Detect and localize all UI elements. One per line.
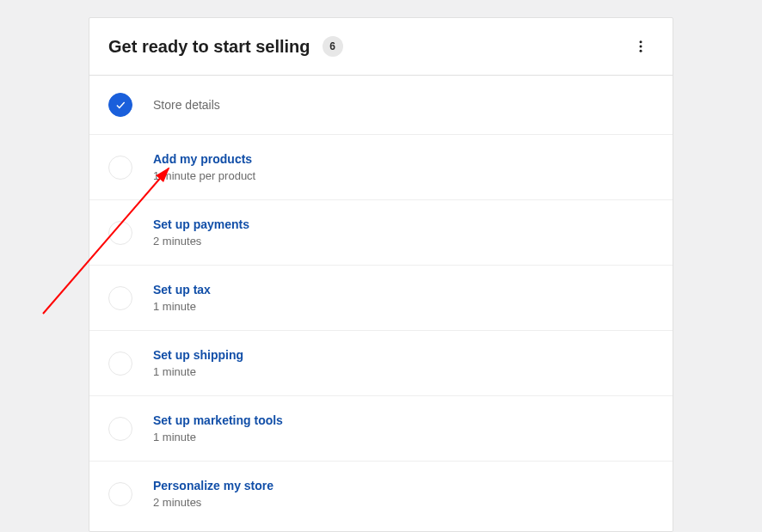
task-label: Set up tax [153,283,211,297]
task-incomplete-indicator [108,482,132,506]
task-incomplete-indicator [108,417,132,441]
task-setup-shipping[interactable]: Set up shipping 1 minute [89,331,673,396]
task-personalize-store[interactable]: Personalize my store 2 minutes [89,462,673,526]
task-content: Set up tax 1 minute [153,283,211,313]
task-setup-marketing[interactable]: Set up marketing tools 1 minute [89,396,673,462]
task-complete-indicator [108,93,132,117]
task-content: Set up marketing tools 1 minute [153,413,283,443]
task-time: 2 minutes [153,235,249,248]
check-icon [114,99,126,111]
onboarding-card: Get ready to start selling 6 Store detai… [89,17,673,532]
more-vertical-icon [633,39,648,54]
task-label: Add my products [153,152,255,166]
task-time: 1 minute [153,431,283,443]
card-title: Get ready to start selling [108,37,310,57]
task-store-details[interactable]: Store details [89,76,673,135]
task-time: 2 minutes [153,496,273,509]
task-label: Personalize my store [153,479,273,492]
task-label: Set up payments [153,217,249,231]
task-content: Set up shipping 1 minute [153,348,243,378]
task-content: Personalize my store 2 minutes [153,479,273,509]
task-content: Add my products 1 minute per product [153,152,255,182]
card-header: Get ready to start selling 6 [89,18,673,76]
task-incomplete-indicator [108,156,132,180]
task-time: 1 minute [153,365,243,378]
task-incomplete-indicator [108,352,132,376]
task-incomplete-indicator [108,286,132,310]
task-setup-tax[interactable]: Set up tax 1 minute [89,266,673,331]
task-time: 1 minute [153,300,211,313]
task-content: Set up payments 2 minutes [153,217,249,248]
task-content: Store details [153,98,220,112]
task-label: Store details [153,98,220,112]
task-incomplete-indicator [108,221,132,245]
task-add-products[interactable]: Add my products 1 minute per product [89,135,673,200]
task-label: Set up shipping [153,348,243,362]
svg-point-2 [640,50,642,52]
task-time: 1 minute per product [153,169,255,182]
task-label: Set up marketing tools [153,413,283,427]
svg-point-1 [640,46,642,48]
more-options-button[interactable] [628,34,654,59]
svg-point-0 [640,40,642,43]
tasks-count-badge: 6 [323,36,343,57]
task-setup-payments[interactable]: Set up payments 2 minutes [89,200,673,266]
